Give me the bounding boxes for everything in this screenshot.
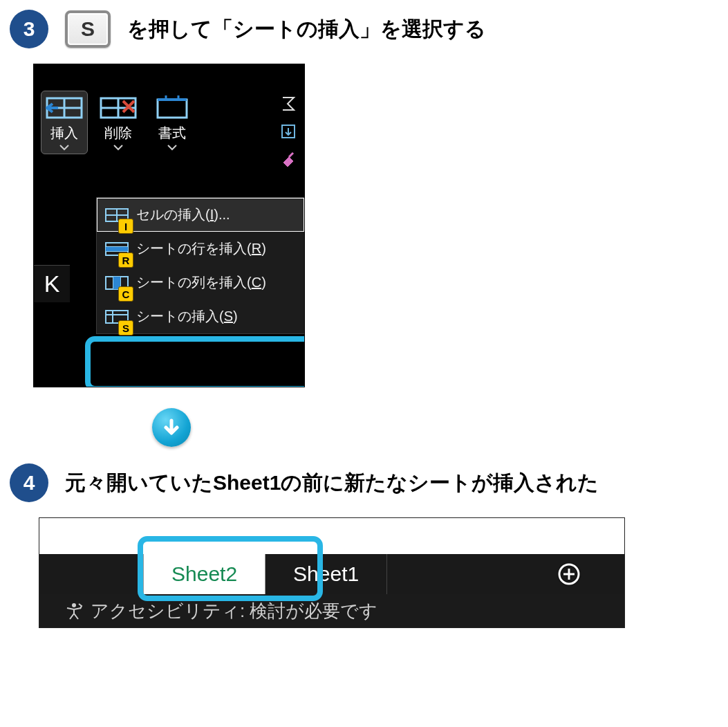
step-3-number: 3 <box>10 10 48 48</box>
highlight-insert-sheet <box>85 336 305 387</box>
menu-item-insert-rows[interactable]: シートの行を挿入(R) R <box>97 232 304 266</box>
step-4-text: 元々開いていたSheet1の前に新たなシートが挿入された <box>65 469 599 497</box>
fill-icon[interactable] <box>279 122 297 140</box>
menu-label: シートの列を挿入(C) <box>136 273 266 292</box>
chevron-down-icon <box>167 144 177 151</box>
step-4-number: 4 <box>10 463 48 502</box>
status-bar: アクセシビリティ: 検討が必要です <box>39 594 624 627</box>
ribbon-format-label: 書式 <box>158 126 186 140</box>
ribbon-insert-button[interactable]: 挿入 <box>41 91 88 154</box>
ribbon-edit-group <box>279 91 297 168</box>
delete-cells-icon <box>100 94 137 122</box>
svg-point-26 <box>72 603 76 607</box>
keycap-s: S <box>65 10 111 48</box>
menu-item-insert-cells[interactable]: セルの挿入(I)... I <box>97 198 304 232</box>
insert-dropdown-menu: セルの挿入(I)... I シートの行を挿入(R) R シートの列を挿入(C) … <box>96 197 305 334</box>
insert-cells-icon <box>46 94 83 122</box>
new-sheet-button[interactable] <box>541 554 597 594</box>
ribbon-screenshot: 挿入 削除 <box>33 64 305 387</box>
ribbon-format-button[interactable]: 書式 <box>149 91 196 154</box>
chevron-down-icon <box>113 144 123 151</box>
menu-label: シートの行を挿入(R) <box>136 239 266 258</box>
sheet-tab-sheet2[interactable]: Sheet2 <box>143 554 265 594</box>
status-text: アクセシビリティ: 検討が必要です <box>91 599 377 623</box>
step-3-text: を押して「シートの挿入」を選択する <box>127 15 486 44</box>
ribbon-delete-button[interactable]: 削除 <box>95 91 142 154</box>
sheet-tab-sheet1[interactable]: Sheet1 <box>265 554 387 594</box>
menu-item-insert-cols[interactable]: シートの列を挿入(C) C <box>97 266 304 300</box>
accessibility-icon <box>64 601 84 620</box>
step-3-header: 3 S を押して「シートの挿入」を選択する <box>10 10 718 48</box>
format-cells-icon <box>153 94 191 122</box>
sheet-tabs-screenshot: Sheet2 Sheet1 アクセシビリティ: 検討が必要です <box>39 517 625 628</box>
down-arrow-icon <box>152 408 191 447</box>
autosum-icon[interactable] <box>279 95 297 113</box>
menu-item-insert-sheet[interactable]: シートの挿入(S) S <box>97 300 304 333</box>
sheet-tabs-row: Sheet2 Sheet1 <box>39 550 624 594</box>
menu-label: シートの挿入(S) <box>136 307 238 326</box>
chevron-down-icon <box>59 144 69 151</box>
svg-rect-17 <box>106 247 128 251</box>
menu-label: セルの挿入(I)... <box>136 205 230 224</box>
ribbon-delete-label: 削除 <box>104 126 132 140</box>
plus-circle-icon <box>557 562 581 586</box>
ribbon-insert-label: 挿入 <box>50 126 78 140</box>
keytip-s: S <box>118 320 133 335</box>
step-4-header: 4 元々開いていたSheet1の前に新たなシートが挿入された <box>10 463 718 502</box>
ribbon-button-row: 挿入 削除 <box>34 64 304 176</box>
clear-icon[interactable] <box>279 150 297 168</box>
left-k-label: K <box>34 265 70 302</box>
svg-rect-6 <box>158 100 187 118</box>
